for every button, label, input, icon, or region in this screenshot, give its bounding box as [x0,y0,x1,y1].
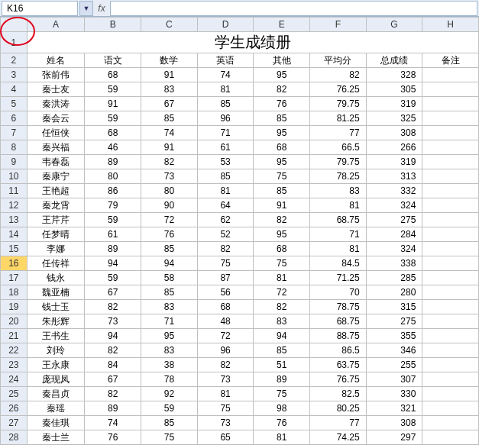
data-cell[interactable]: 75 [254,387,310,401]
data-cell[interactable]: 64 [197,198,254,213]
data-cell[interactable]: 78.75 [310,300,367,314]
data-cell[interactable]: 59 [141,401,198,416]
spreadsheet-grid[interactable]: A B C D E F G H 1学生成绩册2姓名语文数学英语其他平均分总成绩备… [0,17,479,445]
data-cell[interactable]: 73 [85,314,141,329]
data-cell[interactable]: 75 [254,169,310,184]
data-cell[interactable]: 59 [85,213,141,227]
data-cell[interactable]: 85 [254,343,310,358]
row-header[interactable]: 13 [1,213,28,227]
name-cell[interactable]: 秦会云 [27,111,85,126]
data-cell[interactable] [422,372,479,387]
data-cell[interactable] [422,198,479,213]
data-cell[interactable]: 94 [85,329,141,343]
data-cell[interactable]: 308 [366,416,422,430]
data-cell[interactable]: 72 [197,329,254,343]
data-cell[interactable]: 58 [141,271,198,285]
field-header-cell[interactable]: 英语 [197,53,254,68]
data-cell[interactable]: 325 [366,111,422,126]
data-cell[interactable]: 71.25 [310,271,367,285]
data-cell[interactable]: 76 [254,416,310,430]
data-cell[interactable]: 46 [85,140,141,155]
data-cell[interactable]: 68.75 [310,213,367,227]
name-cell[interactable]: 李娜 [27,242,85,256]
row-header[interactable]: 1 [1,32,28,53]
field-header-cell[interactable]: 备注 [422,53,479,68]
data-cell[interactable]: 52 [197,227,254,242]
data-cell[interactable]: 87 [197,271,254,285]
data-cell[interactable]: 61 [197,140,254,155]
name-cell[interactable]: 秦昌贞 [27,387,85,401]
data-cell[interactable]: 94 [85,256,141,271]
data-cell[interactable]: 89 [85,155,141,169]
data-cell[interactable]: 305 [366,82,422,97]
data-cell[interactable]: 67 [141,97,198,111]
data-cell[interactable]: 308 [366,126,422,140]
data-cell[interactable]: 81.25 [310,111,367,126]
data-cell[interactable]: 75 [197,256,254,271]
row-header[interactable]: 25 [1,387,28,401]
data-cell[interactable] [422,358,479,372]
name-box-dropdown[interactable]: ▼ [79,1,93,16]
name-cell[interactable]: 钱士玉 [27,300,85,314]
data-cell[interactable]: 61 [85,227,141,242]
data-cell[interactable]: 78.25 [310,169,367,184]
data-cell[interactable]: 82 [85,343,141,358]
data-cell[interactable]: 82 [310,68,367,82]
data-cell[interactable] [422,169,479,184]
data-cell[interactable]: 59 [85,271,141,285]
data-cell[interactable]: 284 [366,227,422,242]
data-cell[interactable] [422,82,479,97]
data-cell[interactable] [422,271,479,285]
data-cell[interactable]: 285 [366,271,422,285]
col-header[interactable]: E [254,18,310,32]
name-cell[interactable]: 秦龙霄 [27,198,85,213]
data-cell[interactable]: 79.75 [310,155,367,169]
data-cell[interactable]: 82.5 [310,387,367,401]
name-cell[interactable]: 任梦晴 [27,227,85,242]
data-cell[interactable]: 81 [197,387,254,401]
name-cell[interactable]: 钱永 [27,271,85,285]
data-cell[interactable] [422,387,479,401]
row-header[interactable]: 16 [1,256,28,271]
data-cell[interactable]: 81 [197,184,254,198]
data-cell[interactable]: 81 [310,242,367,256]
data-cell[interactable]: 280 [366,285,422,300]
data-cell[interactable]: 82 [141,155,198,169]
data-cell[interactable]: 85 [254,184,310,198]
row-header[interactable]: 27 [1,416,28,430]
data-cell[interactable] [422,242,479,256]
data-cell[interactable]: 68 [254,242,310,256]
data-cell[interactable]: 74 [141,126,198,140]
name-cell[interactable]: 任恒侠 [27,126,85,140]
row-header[interactable]: 4 [1,82,28,97]
data-cell[interactable]: 48 [197,314,254,329]
data-cell[interactable]: 81 [254,430,310,445]
data-cell[interactable]: 85 [141,111,198,126]
data-cell[interactable]: 91 [141,140,198,155]
data-cell[interactable]: 255 [366,358,422,372]
data-cell[interactable]: 82 [254,82,310,97]
data-cell[interactable]: 96 [197,343,254,358]
data-cell[interactable]: 66.5 [310,140,367,155]
data-cell[interactable]: 328 [366,68,422,82]
data-cell[interactable]: 56 [197,285,254,300]
data-cell[interactable]: 62 [197,213,254,227]
data-cell[interactable]: 321 [366,401,422,416]
data-cell[interactable]: 82 [85,300,141,314]
data-cell[interactable]: 71 [197,126,254,140]
data-cell[interactable]: 51 [254,358,310,372]
data-cell[interactable]: 85 [254,111,310,126]
data-cell[interactable]: 266 [366,140,422,155]
data-cell[interactable]: 94 [141,256,198,271]
data-cell[interactable]: 96 [197,111,254,126]
data-cell[interactable]: 82 [197,358,254,372]
data-cell[interactable]: 315 [366,300,422,314]
data-cell[interactable]: 68.75 [310,314,367,329]
data-cell[interactable]: 77 [310,416,367,430]
data-cell[interactable]: 324 [366,242,422,256]
data-cell[interactable]: 80 [85,169,141,184]
data-cell[interactable] [422,111,479,126]
row-header[interactable]: 15 [1,242,28,256]
data-cell[interactable]: 91 [85,97,141,111]
data-cell[interactable] [422,285,479,300]
